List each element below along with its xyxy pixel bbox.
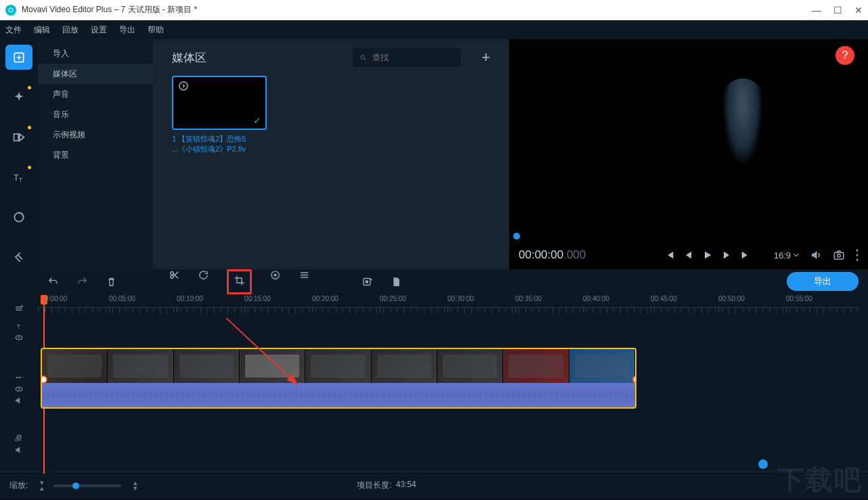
svg-point-24 [18, 388, 20, 390]
ruler-tick: 00:35:00 [515, 295, 542, 302]
preview-scrubber[interactable] [509, 233, 868, 241]
window-title: Movavi Video Editor Plus – 7 天试用版 - 新项目 … [22, 4, 812, 16]
play-icon[interactable] [702, 250, 713, 260]
next-frame-icon[interactable] [721, 250, 732, 260]
close-button[interactable]: ✕ [854, 5, 863, 16]
svg-point-9 [856, 250, 859, 252]
menu-help[interactable]: 帮助 [148, 24, 164, 36]
ruler-tick: 00:20:00 [312, 295, 339, 302]
prev-clip-icon[interactable] [664, 250, 675, 260]
visibility-icon[interactable] [14, 333, 24, 342]
zoom-in-button[interactable]: ▴▾ [133, 480, 137, 491]
import-sidebar: 导入 媒体区 声音 音乐 示例视频 背景 [38, 39, 153, 269]
add-track-icon[interactable] [14, 304, 24, 313]
volume-icon[interactable] [810, 249, 822, 261]
export-button[interactable]: 导出 [787, 272, 859, 291]
minimize-button[interactable]: — [812, 5, 821, 16]
crop-button-highlight [227, 269, 252, 294]
visibility-icon[interactable] [14, 384, 24, 394]
svg-text:T: T [17, 323, 21, 329]
sidebar-item-bg[interactable]: 背景 [38, 145, 153, 165]
more-icon[interactable] [856, 249, 859, 261]
menu-settings[interactable]: 设置 [91, 24, 107, 36]
maximize-button[interactable]: ☐ [833, 5, 842, 16]
ruler-tick: 00:05:00 [109, 295, 135, 302]
svg-point-21 [16, 377, 18, 378]
crop-icon[interactable] [234, 275, 245, 286]
mute-icon[interactable] [14, 396, 24, 405]
search-icon [360, 53, 367, 62]
sidebar-item-music[interactable]: 音乐 [38, 104, 153, 124]
media-item[interactable]: ✓ 1 【笑镇惊魂2】恐怖5 ...《小镇惊魂2》P2.flv [172, 76, 267, 155]
media-panel-title: 媒体区 [172, 50, 207, 66]
ruler-tick: 00:55:00 [786, 295, 812, 302]
marker-icon[interactable] [391, 276, 402, 288]
svg-point-20 [18, 336, 20, 338]
tool-titles[interactable]: TT [5, 164, 32, 189]
clip-trim-handle-left[interactable] [41, 349, 45, 409]
timeline-ruler[interactable]: 0:00:00 00:05:00 00:10:00 00:15:00 00:20… [38, 295, 868, 315]
video-track-clip[interactable] [41, 348, 636, 409]
clip-properties-icon[interactable] [299, 269, 310, 281]
ruler-tick: 00:50:00 [718, 295, 745, 302]
svg-text:T: T [14, 173, 19, 183]
svg-point-0 [9, 8, 13, 12]
audio-waveform [42, 383, 635, 407]
tool-import[interactable] [5, 45, 32, 70]
scrubber-handle[interactable] [513, 233, 520, 240]
media-panel: 媒体区 + ✓ 1 【笑镇惊魂2】恐怖5 ...《小镇惊魂2》P2.flv [153, 39, 509, 269]
clip-trim-handle-right[interactable] [632, 349, 636, 409]
svg-rect-7 [834, 252, 844, 259]
timeline-area: T 0:00:00 00:05:00 00:10:00 00:15:00 00:… [0, 294, 868, 472]
zoom-slider-knob[interactable] [72, 482, 79, 489]
sidebar-item-sound[interactable]: 声音 [38, 84, 153, 104]
color-adjust-icon[interactable] [269, 269, 281, 281]
svg-point-11 [856, 259, 859, 261]
sidebar-item-import[interactable]: 导入 [38, 43, 153, 64]
mute-icon[interactable] [14, 445, 24, 455]
check-icon: ✓ [253, 115, 261, 126]
ruler-tick: 00:10:00 [177, 295, 203, 302]
rotate-icon[interactable] [198, 269, 209, 281]
ruler-tick: 00:45:00 [651, 295, 677, 302]
next-clip-icon[interactable] [740, 250, 751, 260]
menu-file[interactable]: 文件 [5, 24, 22, 36]
svg-rect-17 [366, 280, 368, 283]
snapshot-icon[interactable] [833, 249, 845, 261]
timeline-main[interactable]: 0:00:00 00:05:00 00:10:00 00:15:00 00:20… [38, 294, 868, 472]
tool-stickers[interactable] [5, 204, 32, 229]
help-button[interactable]: ? [836, 46, 854, 65]
add-media-button[interactable]: + [481, 49, 490, 66]
aspect-ratio-selector[interactable]: 16:9 [774, 250, 799, 260]
chevron-down-icon [794, 252, 799, 258]
zoom-slider[interactable] [53, 484, 121, 487]
track-header-audio [14, 430, 24, 457]
prev-frame-icon[interactable] [683, 250, 694, 260]
sidebar-item-sample[interactable]: 示例视频 [38, 124, 153, 145]
bottom-bar: 缩放: ▾▴ ▴▾ 项目长度: 43:54 [0, 472, 868, 499]
ruler-tick: 00:15:00 [244, 295, 271, 302]
search-box[interactable] [353, 48, 461, 67]
tool-more[interactable] [5, 244, 32, 269]
sidebar-item-media[interactable]: 媒体区 [38, 64, 153, 84]
svg-point-6 [361, 55, 365, 59]
redo-icon[interactable] [77, 276, 88, 288]
menu-export[interactable]: 导出 [119, 24, 135, 36]
search-input[interactable] [372, 53, 454, 62]
undo-icon[interactable] [47, 276, 59, 288]
zoom-out-button[interactable]: ▾▴ [40, 480, 44, 491]
tool-transitions[interactable] [5, 124, 32, 150]
ruler-tick: 0:00:00 [45, 295, 67, 302]
title-track-icon: T [14, 321, 24, 331]
timeline-scroll-knob[interactable] [758, 459, 768, 469]
svg-point-15 [274, 273, 276, 276]
ruler-tick: 00:25:00 [380, 295, 406, 302]
tool-filters[interactable] [5, 85, 32, 110]
ruler-tick: 00:40:00 [583, 295, 609, 302]
media-item-name-line2: ...《小镇惊魂2》P2.flv [172, 144, 267, 154]
menu-play[interactable]: 回放 [62, 24, 79, 36]
delete-icon[interactable] [106, 276, 117, 288]
record-icon[interactable] [362, 276, 373, 288]
split-icon[interactable] [169, 269, 180, 281]
menu-edit[interactable]: 编辑 [34, 24, 50, 36]
